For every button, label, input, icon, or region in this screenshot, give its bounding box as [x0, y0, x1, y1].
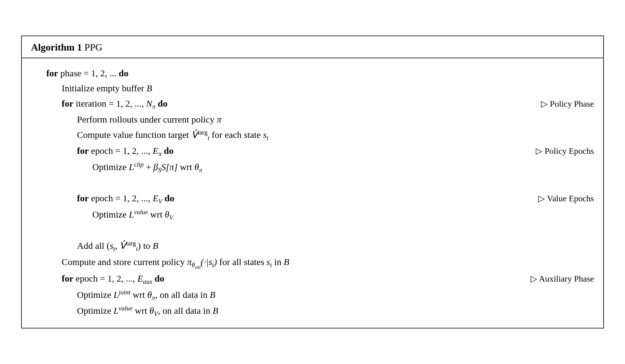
line-comment-for-epoch-aux: ▷ Auxiliary Phase [531, 272, 594, 286]
line-comment-for-iteration: ▷ Policy Phase [541, 97, 594, 111]
algorithm-line-add-to-buffer: Add all (st, V̂targt) to B [31, 238, 594, 254]
algorithm-name: PPG [84, 42, 102, 53]
line-content-for-epoch-value: for epoch = 1, 2, ..., EV do [31, 191, 532, 207]
algorithm-line-for-epoch-aux: for epoch = 1, 2, ..., Eaux do▷ Auxiliar… [31, 271, 594, 287]
line-content-for-iteration: for iteration = 1, 2, ..., Nπ do [31, 96, 535, 112]
line-content-optimize-joint: Optimize Ljoint wrt θπ, on all data in B [31, 287, 594, 303]
algorithm-line-blank1 [31, 176, 594, 191]
line-content-blank1 [31, 176, 594, 191]
algorithm-line-optimize-policy: Optimize Lclip + βSS[π] wrt θπ [31, 159, 594, 176]
line-comment-for-epoch-policy: ▷ Policy Epochs [536, 144, 594, 158]
line-content-compute-value: Compute value function target V̂targt fo… [31, 127, 594, 143]
line-comment-for-epoch-value: ▷ Value Epochs [538, 191, 594, 206]
algorithm-line-optimize-value2: Optimize Lvalue wrt θV, on all data in B [31, 303, 594, 319]
line-content-compute-store: Compute and store current policy πθold(·… [31, 254, 594, 271]
algorithm-line-for-epoch-value: for epoch = 1, 2, ..., EV do▷ Value Epoc… [31, 191, 594, 207]
line-content-add-to-buffer: Add all (st, V̂targt) to B [31, 238, 594, 254]
line-content-rollouts: Perform rollouts under current policy π [31, 112, 594, 127]
line-content-optimize-policy: Optimize Lclip + βSS[π] wrt θπ [31, 159, 594, 176]
algorithm-body: for phase = 1, 2, ... doInitialize empty… [22, 58, 603, 328]
algorithm-line-for-phase: for phase = 1, 2, ... do [31, 66, 594, 81]
line-content-blank2 [31, 223, 594, 238]
line-content-for-phase: for phase = 1, 2, ... do [31, 66, 594, 81]
algorithm-line-compute-store: Compute and store current policy πθold(·… [31, 254, 594, 271]
algorithm-line-for-iteration: for iteration = 1, 2, ..., Nπ do▷ Policy… [31, 96, 594, 112]
line-content-optimize-value2: Optimize Lvalue wrt θV, on all data in B [31, 303, 594, 319]
algorithm-title: Algorithm 1 [31, 42, 82, 53]
line-content-optimize-value1: Optimize Lvalue wrt θV [31, 207, 594, 223]
algorithm-line-rollouts: Perform rollouts under current policy π [31, 112, 594, 127]
algorithm-box: Algorithm 1 PPG for phase = 1, 2, ... do… [21, 36, 604, 328]
algorithm-line-init-buffer: Initialize empty buffer B [31, 81, 594, 96]
algorithm-line-compute-value: Compute value function target V̂targt fo… [31, 127, 594, 143]
algorithm-line-blank2 [31, 223, 594, 238]
line-content-for-epoch-aux: for epoch = 1, 2, ..., Eaux do [31, 271, 524, 287]
algorithm-line-optimize-value1: Optimize Lvalue wrt θV [31, 207, 594, 223]
line-content-init-buffer: Initialize empty buffer B [31, 81, 594, 96]
line-content-for-epoch-policy: for epoch = 1, 2, ..., Eπ do [31, 143, 530, 159]
algorithm-line-optimize-joint: Optimize Ljoint wrt θπ, on all data in B [31, 287, 594, 303]
algorithm-header: Algorithm 1 PPG [22, 36, 603, 58]
algorithm-line-for-epoch-policy: for epoch = 1, 2, ..., Eπ do▷ Policy Epo… [31, 143, 594, 159]
